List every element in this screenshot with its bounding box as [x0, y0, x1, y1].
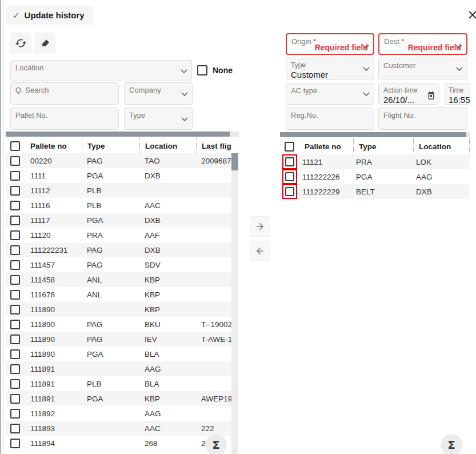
- table-cell[interactable]: [196, 406, 231, 421]
- scrollbar-thumb[interactable]: [231, 153, 238, 170]
- table-cell[interactable]: 111894: [25, 436, 82, 451]
- table-cell[interactable]: PGA: [82, 168, 139, 183]
- table-cell[interactable]: KBP: [139, 302, 196, 317]
- table-cell[interactable]: AAC: [139, 421, 196, 436]
- table-cell[interactable]: [196, 183, 231, 198]
- table-cell[interactable]: [196, 272, 231, 287]
- left-table-vertical-scrollbar[interactable]: [231, 153, 238, 454]
- table-cell[interactable]: TAO: [139, 153, 196, 168]
- ac-type-select[interactable]: AC type: [286, 83, 374, 105]
- refresh-button[interactable]: [10, 33, 31, 54]
- row-checkbox[interactable]: [10, 424, 20, 433]
- table-cell[interactable]: [82, 361, 139, 376]
- table-cell[interactable]: [196, 376, 231, 391]
- table-cell[interactable]: DXB: [139, 242, 196, 257]
- row-checkbox[interactable]: [10, 334, 20, 344]
- left-select-all-checkbox[interactable]: [10, 141, 20, 151]
- row-checkbox[interactable]: [10, 320, 20, 329]
- calendar-icon[interactable]: [426, 91, 436, 101]
- table-cell[interactable]: AAG: [139, 361, 196, 376]
- table-cell[interactable]: 111222231: [25, 242, 82, 257]
- row-checkbox[interactable]: [10, 245, 20, 255]
- table-cell[interactable]: 11116: [25, 198, 82, 213]
- table-cell[interactable]: PRA: [82, 228, 139, 242]
- row-checkbox[interactable]: [10, 439, 20, 448]
- table-cell[interactable]: [196, 361, 231, 376]
- table-cell[interactable]: DXB: [139, 213, 196, 228]
- row-checkbox[interactable]: [10, 305, 20, 314]
- company-select[interactable]: Company: [124, 82, 193, 105]
- location-select[interactable]: Location: [10, 60, 192, 81]
- table-cell[interactable]: DXB: [139, 168, 196, 183]
- table-cell[interactable]: PAG: [82, 317, 139, 332]
- row-checkbox[interactable]: [10, 275, 20, 285]
- table-cell[interactable]: T--190025: [196, 317, 231, 332]
- table-cell[interactable]: PAG: [82, 153, 139, 168]
- table-cell[interactable]: [196, 198, 231, 213]
- table-cell[interactable]: 11112: [25, 183, 82, 198]
- move-left-button[interactable]: [250, 241, 270, 261]
- table-cell[interactable]: [196, 287, 231, 302]
- table-cell[interactable]: 111891: [25, 391, 82, 406]
- column-header-pallete-no[interactable]: Pallete no: [299, 138, 353, 154]
- table-cell[interactable]: 11121: [297, 154, 351, 169]
- scrollbar-thumb[interactable]: [6, 132, 230, 137]
- origin-select[interactable]: Origin * Required field: [286, 33, 374, 55]
- scrollbar-thumb[interactable]: [280, 132, 466, 137]
- table-cell[interactable]: 111891: [25, 376, 82, 391]
- column-header-type[interactable]: Type: [353, 138, 413, 154]
- row-checkbox[interactable]: [10, 156, 20, 166]
- table-cell[interactable]: 111891: [25, 361, 82, 376]
- table-cell[interactable]: 268: [139, 436, 196, 451]
- table-cell[interactable]: KBP: [139, 272, 196, 287]
- row-checkbox[interactable]: [10, 409, 20, 419]
- row-checkbox[interactable]: [10, 379, 20, 389]
- close-button[interactable]: [465, 8, 476, 23]
- type-select[interactable]: Type: [124, 107, 193, 130]
- table-cell[interactable]: KBP: [139, 287, 196, 302]
- update-history-button[interactable]: ✓ Update history: [6, 6, 94, 25]
- clear-filters-button[interactable]: [34, 33, 55, 54]
- table-cell[interactable]: PRA: [351, 154, 411, 169]
- table-cell[interactable]: AWEP19..: [196, 391, 231, 406]
- move-right-button[interactable]: [250, 216, 270, 237]
- left-sum-button[interactable]: Σ: [205, 434, 227, 454]
- table-cell[interactable]: AAC: [139, 198, 196, 213]
- table-cell[interactable]: AAG: [139, 406, 196, 421]
- table-cell[interactable]: 111890: [25, 302, 82, 317]
- none-checkbox[interactable]: [197, 65, 207, 75]
- row-checkbox[interactable]: [10, 290, 20, 300]
- table-cell[interactable]: PGA: [351, 169, 411, 184]
- row-checkbox[interactable]: [10, 349, 20, 359]
- table-cell[interactable]: [82, 406, 139, 421]
- row-checkbox[interactable]: [285, 172, 294, 181]
- column-header-type[interactable]: Type: [82, 138, 139, 154]
- column-header-last-flight[interactable]: Last flight: [196, 138, 231, 154]
- table-cell[interactable]: 111890: [25, 317, 82, 332]
- table-cell[interactable]: 111678: [25, 287, 82, 302]
- table-cell[interactable]: IEV: [139, 332, 196, 347]
- table-cell[interactable]: ANL: [82, 287, 139, 302]
- action-time-field[interactable]: Action time 26/10/...: [378, 83, 439, 105]
- table-cell[interactable]: BKU: [139, 317, 196, 332]
- column-header-pallete-no[interactable]: Pallete no: [25, 138, 82, 154]
- table-cell[interactable]: 111457: [25, 257, 82, 272]
- table-cell[interactable]: BLA: [139, 347, 196, 361]
- table-cell[interactable]: 111890: [25, 332, 82, 347]
- table-cell[interactable]: [196, 302, 231, 317]
- table-cell[interactable]: PAG: [82, 257, 139, 272]
- row-checkbox[interactable]: [285, 157, 294, 166]
- customer-select[interactable]: Customer: [378, 58, 467, 79]
- table-cell[interactable]: T-AWE-19: [196, 332, 231, 347]
- row-checkbox[interactable]: [10, 394, 20, 404]
- table-cell[interactable]: [139, 183, 196, 198]
- right-select-all-checkbox[interactable]: [285, 142, 294, 152]
- table-cell[interactable]: [196, 347, 231, 361]
- table-cell[interactable]: 111890: [25, 347, 82, 361]
- table-cell[interactable]: PLB: [82, 198, 139, 213]
- table-cell[interactable]: DXB: [411, 184, 470, 199]
- flight-no-input[interactable]: Flight No.: [378, 107, 467, 130]
- table-cell[interactable]: PLB: [82, 183, 139, 198]
- table-cell[interactable]: [196, 228, 231, 242]
- table-cell[interactable]: AAG: [411, 169, 470, 184]
